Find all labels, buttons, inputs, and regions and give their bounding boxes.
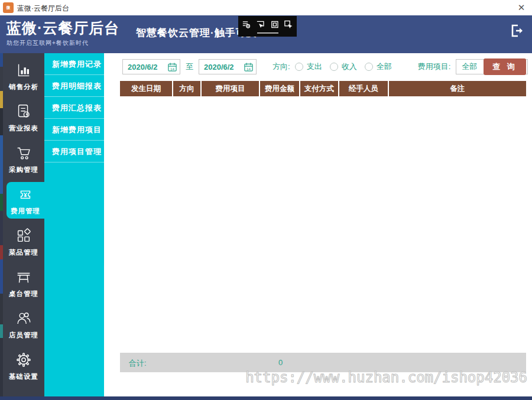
sidebar-item-business-report[interactable]: 营业报表 [3,97,44,138]
brand-title: 蓝微·云餐厅后台 [7,18,119,38]
bar-chart-icon [15,61,33,79]
shopping-cart-icon [15,144,33,162]
column-header-handler: 经手人员 [339,81,389,96]
bottom-strip [0,396,532,400]
date-from-input[interactable]: 2020/6/2 14 [122,59,180,74]
select-value: 全部 [456,61,477,72]
radio-label: 支出 [307,61,322,72]
date-from-value: 2020/6/2 [123,63,158,71]
totals-value: 0 [278,358,283,367]
pointer-square-icon[interactable] [284,19,293,30]
titlebar: 微 蓝微·云餐厅后台 ✕ [0,0,532,15]
expense-item-label: 费用项目: [418,61,451,72]
table-furniture-icon [15,268,33,286]
submenu-item-add-expense-item[interactable]: 新增费用项目 [44,119,104,141]
ticket-yen-icon [17,186,34,203]
sidebar-item-label: 菜品管理 [9,248,38,257]
sidebar-item-staff[interactable]: 店员管理 [3,304,44,345]
app-window: 微 蓝微·云餐厅后台 ✕ 蓝微·云餐厅后台 助您开启互联网+餐饮新时代 智慧餐饮… [0,0,532,400]
radio-label: 全部 [377,61,392,72]
radio-circle-icon[interactable] [295,63,303,71]
table-header: 发生日期 方向 费用项目 费用金额 支付方式 经手人员 备注 [120,81,526,96]
close-icon[interactable]: ✕ [516,2,527,13]
sidebar-item-purchase[interactable]: 采购管理 [3,138,44,180]
sidebar-item-label: 采购管理 [9,165,38,174]
submenu-item-expense-item-management[interactable]: 费用项目管理 [44,141,104,162]
direction-label: 方向: [273,61,290,72]
radio-circle-icon[interactable] [330,63,338,71]
totals-label: 合计: [129,358,147,369]
sidebar-item-settings[interactable]: 基础设置 [3,345,44,386]
svg-text:14: 14 [246,67,251,71]
sidebar-item-label: 基础设置 [9,372,38,381]
toolbox-underline [257,32,278,34]
radio-expense[interactable]: 支出 [295,61,322,72]
sidebar-item-sales-analysis[interactable]: 销售分析 [3,56,44,97]
app-header: 蓝微·云餐厅后台 助您开启互联网+餐饮新时代 智慧餐饮云管理·触手可及 [0,15,532,53]
radio-all[interactable]: 全部 [365,61,392,72]
sidebar-item-tables[interactable]: 桌台管理 [3,262,44,304]
body-row: 销售分析 营业报表 采购管理 费用管理 菜品管理 桌台管理 [0,53,532,396]
staff-people-icon [15,310,33,327]
radio-label: 收入 [342,61,357,72]
sidebar-item-label: 费用管理 [11,207,40,216]
column-header-direction: 方向 [173,81,202,96]
radio-income[interactable]: 收入 [330,61,357,72]
app-logo-icon: 微 [3,2,14,13]
square-icon[interactable] [270,19,280,30]
column-header-remark: 备注 [389,81,526,96]
svg-text:14: 14 [170,67,174,71]
filter-bar: 2020/6/2 14 至 2020/6/2 14 方向: 支出 收入 [104,53,532,80]
column-header-payment-method: 支付方式 [300,81,339,96]
logout-icon[interactable] [509,22,525,39]
calendar-icon[interactable]: 14 [244,62,254,72]
watermark-url: https://www.huzhan.com/ishop42036 [245,369,527,386]
column-header-date: 发生日期 [120,81,173,96]
column-header-expense-item: 费用项目 [202,81,260,96]
direction-radio-group: 支出 收入 全部 [295,61,392,72]
window-title: 蓝微·云餐厅后台 [17,4,69,14]
sidebar-item-label: 销售分析 [9,83,38,92]
date-to-value: 2020/6/2 [199,63,234,71]
submenu-item-add-expense-record[interactable]: 新增费用记录 [44,53,104,75]
sidebar-item-dishes[interactable]: 菜品管理 [3,221,44,262]
date-to-input[interactable]: 2020/6/2 14 [199,59,257,74]
date-range-to-label: 至 [186,61,193,72]
submenu-item-expense-summary-report[interactable]: 费用汇总报表 [44,97,104,119]
sidebar-nav: 销售分析 营业报表 采购管理 费用管理 菜品管理 桌台管理 [3,53,44,396]
pointer-flag-icon[interactable] [256,19,265,30]
brand-subtitle: 助您开启互联网+餐饮新时代 [7,39,119,47]
dish-grid-icon [15,227,33,245]
column-header-amount: 费用金额 [260,81,300,96]
table-body-empty [120,96,526,350]
submenu-item-expense-detail-report[interactable]: 费用明细报表 [44,75,104,97]
radio-circle-icon[interactable] [365,63,373,71]
sidebar-item-expense[interactable]: 费用管理 [7,182,44,219]
brand-block: 蓝微·云餐厅后台 助您开启互联网+餐饮新时代 [7,18,119,47]
submenu-panel: 新增费用记录 费用明细报表 费用汇总报表 新增费用项目 费用项目管理 [44,53,104,396]
sidebar-item-label: 营业报表 [9,124,38,133]
search-button[interactable]: 查 询 [484,58,526,75]
sidebar-item-label: 店员管理 [9,331,38,340]
report-document-icon [15,103,33,121]
sidebar-item-label: 桌台管理 [9,290,38,298]
main-content: 2020/6/2 14 至 2020/6/2 14 方向: 支出 收入 [104,53,532,396]
gear-icon [15,351,33,369]
screen-annotation-toolbox [238,16,297,37]
list-settings-icon[interactable] [242,19,251,30]
calendar-icon[interactable]: 14 [167,62,177,72]
